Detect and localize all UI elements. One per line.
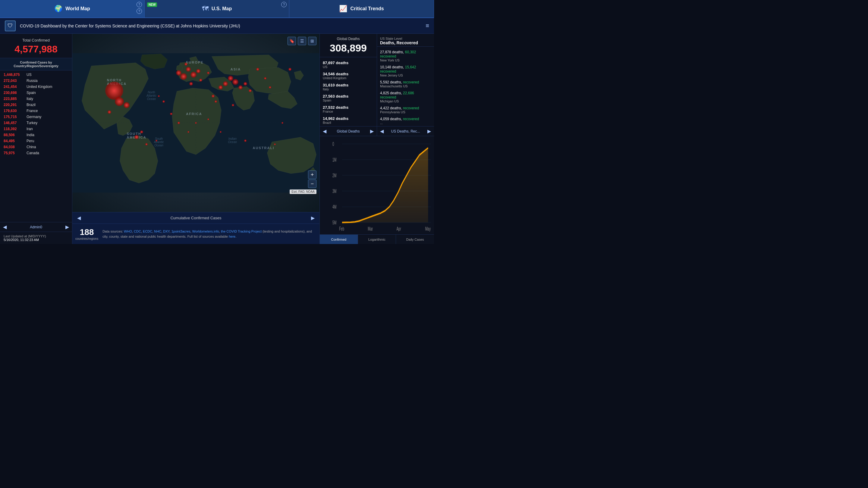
- world-map-help-icon-2[interactable]: ?: [136, 8, 142, 14]
- link-worldometers[interactable]: Worldometers.info: [192, 230, 219, 233]
- world-map-help-icon[interactable]: ?: [136, 2, 142, 7]
- country-name: Canada: [27, 151, 39, 155]
- link-nhc[interactable]: NHC: [154, 230, 161, 233]
- tab-world-map[interactable]: 🌍 World Map ? ?: [0, 0, 145, 18]
- us-recovered: recovered: [403, 117, 419, 121]
- country-item[interactable]: 230,698Spain: [0, 90, 72, 96]
- us-deaths: 10,148 deaths,: [380, 65, 405, 69]
- death-item[interactable]: 34,546 deathsUnited Kingdom: [320, 70, 377, 82]
- link-ecdc[interactable]: ECDC: [143, 230, 152, 233]
- deaths-prev[interactable]: ◀: [323, 128, 327, 134]
- country-nav-next[interactable]: ▶: [65, 224, 69, 230]
- country-item[interactable]: 175,715Germany: [0, 114, 72, 120]
- country-count: 179,630: [4, 109, 25, 113]
- country-name: Peru: [27, 139, 34, 143]
- us-map-icon: 🗺: [202, 5, 209, 13]
- country-item[interactable]: 146,457Turkey: [0, 120, 72, 126]
- hamburger-menu[interactable]: ≡: [426, 22, 429, 29]
- country-item[interactable]: 272,043Russia: [0, 78, 72, 84]
- death-country: Italy: [323, 87, 374, 91]
- list-tool[interactable]: ☰: [298, 37, 306, 45]
- us-map-help-icon[interactable]: ?: [281, 2, 287, 7]
- grid-tool[interactable]: ⊞: [308, 37, 316, 45]
- death-count: 27,563 deaths: [323, 94, 374, 98]
- death-item[interactable]: 27,563 deathsSpain: [320, 93, 377, 104]
- link-who[interactable]: WHO: [124, 230, 132, 233]
- us-panel-nav: ◀ US Deaths, Rec... ▶: [377, 126, 434, 136]
- last-updated-value: 5/16/2020, 11:32:23 AM: [4, 238, 68, 241]
- us-state-name: New York US: [380, 59, 431, 62]
- death-item[interactable]: 31,610 deathsItaly: [320, 82, 377, 93]
- deaths-nav-label: Global Deaths: [337, 129, 360, 133]
- map-container[interactable]: 🔖 ☰ ⊞: [72, 34, 319, 212]
- tab-confirmed[interactable]: Confirmed: [320, 235, 358, 244]
- country-item[interactable]: 1,446,875US: [0, 72, 72, 78]
- us-map-label: U.S. Map: [212, 6, 232, 11]
- world-map-label: World Map: [65, 6, 90, 11]
- death-item[interactable]: 87,697 deathsUS: [320, 59, 377, 70]
- us-next[interactable]: ▶: [427, 128, 431, 134]
- country-nav-prev[interactable]: ◀: [3, 224, 7, 230]
- logo-icon: 🛡: [7, 23, 13, 29]
- us-deaths: 4,422 deaths,: [380, 106, 403, 110]
- map-bottom-label: Cumulative Confirmed Cases: [81, 216, 311, 220]
- link-cdc[interactable]: CDC: [134, 230, 141, 233]
- us-state-item[interactable]: 4,059 deaths, recovered...: [377, 116, 434, 126]
- us-panel-sublabel: US State Level: [380, 37, 431, 40]
- global-deaths-header: Global Deaths: [320, 34, 377, 42]
- map-prev-arrow[interactable]: ◀: [77, 215, 81, 221]
- link-covid-tracking[interactable]: the COVID Tracking Project: [221, 230, 261, 233]
- us-state-item[interactable]: 5,592 deaths, recoveredMassachusetts US: [377, 78, 434, 90]
- country-count: 146,457: [4, 121, 25, 125]
- us-state-item[interactable]: 27,878 deaths, 60,302 recoveredNew York …: [377, 48, 434, 64]
- link-here[interactable]: here: [229, 235, 236, 238]
- us-state-item[interactable]: 4,825 deaths, 22,686 recoveredMichigan U…: [377, 90, 434, 104]
- country-count: 241,454: [4, 85, 25, 89]
- country-item[interactable]: 75,975Canada: [0, 150, 72, 156]
- right-panels: Global Deaths 308,899 87,697 deathsUS34,…: [319, 34, 434, 244]
- us-panel-header: US State Level Deaths, Recovered: [377, 34, 434, 47]
- zoom-out-btn[interactable]: −: [308, 180, 316, 188]
- death-item[interactable]: 14,962 deathsBrazil: [320, 115, 377, 126]
- us-state-item[interactable]: 10,148 deaths, 15,642 recoveredNew Jerse…: [377, 64, 434, 78]
- death-item[interactable]: 27,532 deathsFrance: [320, 104, 377, 115]
- last-updated-label: Last Updated at (M/D/YYYY): [4, 234, 68, 238]
- global-deaths-count: 308,899: [320, 42, 377, 57]
- tab-logarithmic[interactable]: Logarithmic: [358, 235, 396, 244]
- tab-us-map[interactable]: NEW 🗺 U.S. Map ?: [145, 0, 289, 18]
- deaths-next[interactable]: ▶: [370, 128, 374, 134]
- country-item[interactable]: 88,506India: [0, 132, 72, 138]
- country-item[interactable]: 84,495Peru: [0, 138, 72, 144]
- us-recovered: recovered: [403, 80, 419, 84]
- death-country: United Kingdom: [323, 76, 374, 80]
- us-state-name: New Jersey US: [380, 73, 431, 77]
- stats-row: Global Deaths 308,899 87,697 deathsUS34,…: [320, 34, 434, 136]
- map-next-arrow[interactable]: ▶: [311, 215, 315, 221]
- country-list-header: Confirmed Cases byCountry/Region/Soverei…: [0, 58, 72, 70]
- total-confirmed-box: Total Confirmed 4,577,988: [0, 34, 72, 58]
- zoom-in-btn[interactable]: +: [308, 170, 316, 179]
- tab-daily-cases[interactable]: Daily Cases: [396, 235, 434, 244]
- us-state-item[interactable]: 4,422 deaths, recoveredPennsylvania US: [377, 104, 434, 116]
- us-prev[interactable]: ◀: [380, 128, 384, 134]
- data-sources-text: Data sources: WHO, CDC, ECDC, NHC, DXY, …: [102, 229, 316, 239]
- death-country: Brazil: [323, 121, 374, 124]
- country-item[interactable]: 241,454United Kingdom: [0, 84, 72, 90]
- link-dxy[interactable]: DXY: [163, 230, 169, 233]
- country-item[interactable]: 220,291Brazil: [0, 102, 72, 108]
- new-badge: NEW: [147, 2, 157, 7]
- death-count: 87,697 deaths: [323, 61, 374, 65]
- tab-critical-trends[interactable]: 📈 Critical Trends: [289, 0, 434, 18]
- country-item[interactable]: 223,885Italy: [0, 96, 72, 102]
- country-item[interactable]: 84,038China: [0, 144, 72, 150]
- total-confirmed-label: Total Confirmed: [4, 38, 68, 42]
- us-deaths: 5,592 deaths,: [380, 80, 403, 84]
- country-item[interactable]: 118,392Iran: [0, 126, 72, 132]
- country-count: 84,038: [4, 145, 25, 149]
- link-1point3acres[interactable]: 1point3acres: [172, 230, 190, 233]
- country-item[interactable]: 179,630France: [0, 108, 72, 114]
- bookmark-tool[interactable]: 🔖: [287, 37, 296, 45]
- global-deaths-panel: Global Deaths 308,899 87,697 deathsUS34,…: [320, 34, 377, 136]
- left-panel: Total Confirmed 4,577,988 Confirmed Case…: [0, 34, 72, 244]
- country-count: 272,043: [4, 78, 25, 83]
